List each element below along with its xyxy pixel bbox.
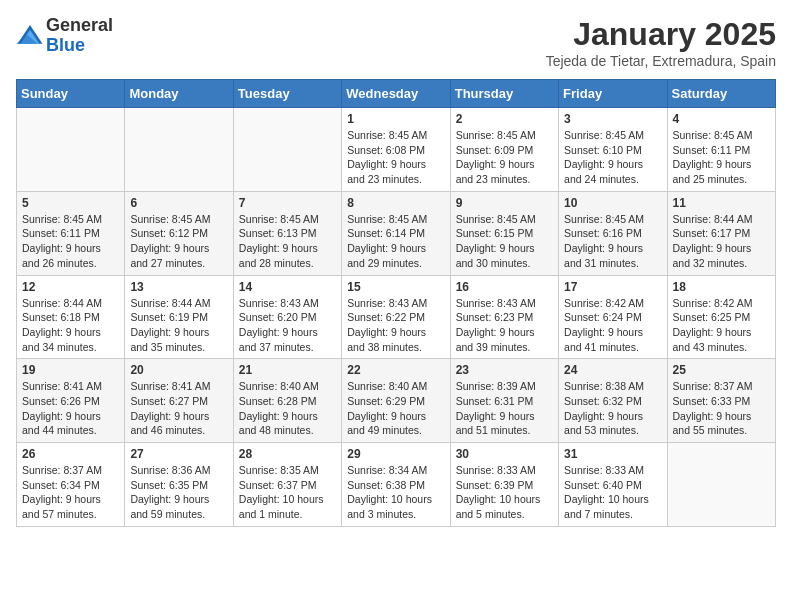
calendar-cell: 13Sunrise: 8:44 AM Sunset: 6:19 PM Dayli… <box>125 275 233 359</box>
calendar-cell: 30Sunrise: 8:33 AM Sunset: 6:39 PM Dayli… <box>450 443 558 527</box>
day-info: Sunrise: 8:41 AM Sunset: 6:27 PM Dayligh… <box>130 379 227 438</box>
calendar-cell: 29Sunrise: 8:34 AM Sunset: 6:38 PM Dayli… <box>342 443 450 527</box>
day-info: Sunrise: 8:45 AM Sunset: 6:12 PM Dayligh… <box>130 212 227 271</box>
weekday-header-sunday: Sunday <box>17 80 125 108</box>
calendar-cell: 1Sunrise: 8:45 AM Sunset: 6:08 PM Daylig… <box>342 108 450 192</box>
day-number: 14 <box>239 280 336 294</box>
weekday-header-friday: Friday <box>559 80 667 108</box>
day-number: 7 <box>239 196 336 210</box>
logo-text: General Blue <box>46 16 113 56</box>
day-number: 4 <box>673 112 770 126</box>
day-info: Sunrise: 8:40 AM Sunset: 6:28 PM Dayligh… <box>239 379 336 438</box>
calendar-cell: 17Sunrise: 8:42 AM Sunset: 6:24 PM Dayli… <box>559 275 667 359</box>
day-number: 19 <box>22 363 119 377</box>
day-info: Sunrise: 8:38 AM Sunset: 6:32 PM Dayligh… <box>564 379 661 438</box>
calendar-cell: 19Sunrise: 8:41 AM Sunset: 6:26 PM Dayli… <box>17 359 125 443</box>
calendar-title: January 2025 <box>546 16 776 53</box>
weekday-header-row: SundayMondayTuesdayWednesdayThursdayFrid… <box>17 80 776 108</box>
day-number: 20 <box>130 363 227 377</box>
calendar-cell: 11Sunrise: 8:44 AM Sunset: 6:17 PM Dayli… <box>667 191 775 275</box>
day-info: Sunrise: 8:43 AM Sunset: 6:23 PM Dayligh… <box>456 296 553 355</box>
day-info: Sunrise: 8:42 AM Sunset: 6:25 PM Dayligh… <box>673 296 770 355</box>
calendar-cell: 25Sunrise: 8:37 AM Sunset: 6:33 PM Dayli… <box>667 359 775 443</box>
day-info: Sunrise: 8:44 AM Sunset: 6:17 PM Dayligh… <box>673 212 770 271</box>
calendar-cell: 28Sunrise: 8:35 AM Sunset: 6:37 PM Dayli… <box>233 443 341 527</box>
calendar-cell: 15Sunrise: 8:43 AM Sunset: 6:22 PM Dayli… <box>342 275 450 359</box>
calendar-week-row: 26Sunrise: 8:37 AM Sunset: 6:34 PM Dayli… <box>17 443 776 527</box>
calendar-cell: 27Sunrise: 8:36 AM Sunset: 6:35 PM Dayli… <box>125 443 233 527</box>
day-number: 29 <box>347 447 444 461</box>
day-info: Sunrise: 8:45 AM Sunset: 6:15 PM Dayligh… <box>456 212 553 271</box>
day-info: Sunrise: 8:45 AM Sunset: 6:16 PM Dayligh… <box>564 212 661 271</box>
day-info: Sunrise: 8:45 AM Sunset: 6:14 PM Dayligh… <box>347 212 444 271</box>
title-block: January 2025 Tejeda de Tietar, Extremadu… <box>546 16 776 69</box>
day-number: 31 <box>564 447 661 461</box>
day-number: 28 <box>239 447 336 461</box>
calendar-cell: 22Sunrise: 8:40 AM Sunset: 6:29 PM Dayli… <box>342 359 450 443</box>
day-number: 11 <box>673 196 770 210</box>
day-info: Sunrise: 8:37 AM Sunset: 6:33 PM Dayligh… <box>673 379 770 438</box>
calendar-cell: 8Sunrise: 8:45 AM Sunset: 6:14 PM Daylig… <box>342 191 450 275</box>
calendar-week-row: 5Sunrise: 8:45 AM Sunset: 6:11 PM Daylig… <box>17 191 776 275</box>
day-number: 17 <box>564 280 661 294</box>
day-number: 9 <box>456 196 553 210</box>
weekday-header-monday: Monday <box>125 80 233 108</box>
day-info: Sunrise: 8:36 AM Sunset: 6:35 PM Dayligh… <box>130 463 227 522</box>
day-number: 25 <box>673 363 770 377</box>
day-info: Sunrise: 8:45 AM Sunset: 6:11 PM Dayligh… <box>673 128 770 187</box>
day-info: Sunrise: 8:45 AM Sunset: 6:08 PM Dayligh… <box>347 128 444 187</box>
day-info: Sunrise: 8:33 AM Sunset: 6:39 PM Dayligh… <box>456 463 553 522</box>
day-number: 23 <box>456 363 553 377</box>
day-number: 30 <box>456 447 553 461</box>
calendar-cell: 18Sunrise: 8:42 AM Sunset: 6:25 PM Dayli… <box>667 275 775 359</box>
calendar-week-row: 12Sunrise: 8:44 AM Sunset: 6:18 PM Dayli… <box>17 275 776 359</box>
weekday-header-saturday: Saturday <box>667 80 775 108</box>
day-info: Sunrise: 8:40 AM Sunset: 6:29 PM Dayligh… <box>347 379 444 438</box>
logo: General Blue <box>16 16 113 56</box>
day-info: Sunrise: 8:42 AM Sunset: 6:24 PM Dayligh… <box>564 296 661 355</box>
calendar-cell: 26Sunrise: 8:37 AM Sunset: 6:34 PM Dayli… <box>17 443 125 527</box>
day-info: Sunrise: 8:41 AM Sunset: 6:26 PM Dayligh… <box>22 379 119 438</box>
calendar-cell: 9Sunrise: 8:45 AM Sunset: 6:15 PM Daylig… <box>450 191 558 275</box>
day-number: 5 <box>22 196 119 210</box>
calendar-cell: 24Sunrise: 8:38 AM Sunset: 6:32 PM Dayli… <box>559 359 667 443</box>
day-info: Sunrise: 8:45 AM Sunset: 6:13 PM Dayligh… <box>239 212 336 271</box>
calendar-cell: 14Sunrise: 8:43 AM Sunset: 6:20 PM Dayli… <box>233 275 341 359</box>
calendar-cell <box>17 108 125 192</box>
calendar-cell <box>125 108 233 192</box>
calendar-week-row: 1Sunrise: 8:45 AM Sunset: 6:08 PM Daylig… <box>17 108 776 192</box>
calendar-cell: 4Sunrise: 8:45 AM Sunset: 6:11 PM Daylig… <box>667 108 775 192</box>
calendar-week-row: 19Sunrise: 8:41 AM Sunset: 6:26 PM Dayli… <box>17 359 776 443</box>
calendar-cell <box>667 443 775 527</box>
day-number: 1 <box>347 112 444 126</box>
day-number: 18 <box>673 280 770 294</box>
day-info: Sunrise: 8:35 AM Sunset: 6:37 PM Dayligh… <box>239 463 336 522</box>
day-number: 27 <box>130 447 227 461</box>
day-number: 26 <box>22 447 119 461</box>
day-number: 21 <box>239 363 336 377</box>
calendar-cell: 10Sunrise: 8:45 AM Sunset: 6:16 PM Dayli… <box>559 191 667 275</box>
day-info: Sunrise: 8:43 AM Sunset: 6:22 PM Dayligh… <box>347 296 444 355</box>
page-header: General Blue January 2025 Tejeda de Tiet… <box>16 16 776 69</box>
calendar-subtitle: Tejeda de Tietar, Extremadura, Spain <box>546 53 776 69</box>
calendar-cell: 16Sunrise: 8:43 AM Sunset: 6:23 PM Dayli… <box>450 275 558 359</box>
day-number: 22 <box>347 363 444 377</box>
day-number: 24 <box>564 363 661 377</box>
day-number: 10 <box>564 196 661 210</box>
calendar-cell: 3Sunrise: 8:45 AM Sunset: 6:10 PM Daylig… <box>559 108 667 192</box>
day-number: 13 <box>130 280 227 294</box>
day-number: 8 <box>347 196 444 210</box>
calendar-cell: 12Sunrise: 8:44 AM Sunset: 6:18 PM Dayli… <box>17 275 125 359</box>
day-number: 15 <box>347 280 444 294</box>
calendar-cell: 23Sunrise: 8:39 AM Sunset: 6:31 PM Dayli… <box>450 359 558 443</box>
day-number: 16 <box>456 280 553 294</box>
calendar-table: SundayMondayTuesdayWednesdayThursdayFrid… <box>16 79 776 527</box>
calendar-cell: 6Sunrise: 8:45 AM Sunset: 6:12 PM Daylig… <box>125 191 233 275</box>
logo-icon <box>16 22 44 50</box>
day-number: 12 <box>22 280 119 294</box>
weekday-header-thursday: Thursday <box>450 80 558 108</box>
day-info: Sunrise: 8:33 AM Sunset: 6:40 PM Dayligh… <box>564 463 661 522</box>
day-number: 3 <box>564 112 661 126</box>
weekday-header-tuesday: Tuesday <box>233 80 341 108</box>
day-info: Sunrise: 8:44 AM Sunset: 6:19 PM Dayligh… <box>130 296 227 355</box>
